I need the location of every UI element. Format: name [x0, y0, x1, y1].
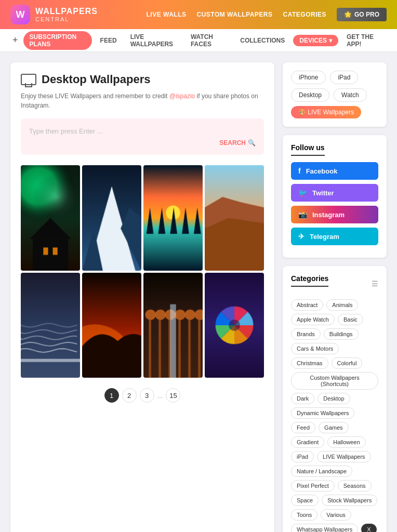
wallpaper-6[interactable] [82, 273, 141, 378]
page-1-button[interactable]: 1 [104, 388, 119, 403]
nav-live-walls[interactable]: LIVE WALLS [146, 11, 186, 18]
pill-live-wallpapers[interactable]: 🎨 LIVE Wallpapers [291, 106, 361, 118]
telegram-icon: ✈ [298, 232, 305, 241]
wallpaper-7[interactable] [143, 273, 203, 378]
cat-tag-games[interactable]: Games [319, 422, 348, 433]
wallpaper-8[interactable] [205, 273, 264, 378]
cat-tag-x[interactable]: X [361, 524, 376, 532]
nav-links: LIVE WALLS CUSTOM WALLPAPERS CATEGORIES … [146, 8, 387, 21]
search-input[interactable] [29, 127, 256, 135]
instagram-handle[interactable]: @ispazio [169, 92, 195, 100]
cat-tag-dark[interactable]: Dark [291, 393, 314, 404]
cat-tag-christmas[interactable]: Christmas [291, 357, 328, 369]
facebook-icon: f [298, 167, 301, 175]
cat-tag-various[interactable]: Various [321, 509, 351, 521]
cat-tag-ipad[interactable]: iPad [291, 451, 314, 462]
twitter-icon: 🐦 [298, 189, 307, 197]
logo-text: WALLPAPERS CENTRAL [35, 7, 98, 22]
follow-box: Follow us f Facebook 🐦 Twitter 📸 Instagr… [283, 135, 387, 258]
telegram-button[interactable]: ✈ Telegram [291, 228, 378, 245]
subnav-plus[interactable]: + [10, 33, 20, 48]
instagram-icon: 📸 [298, 210, 307, 219]
subnav-collections[interactable]: COLLECTIONS [235, 35, 290, 46]
cat-tag-space[interactable]: Space [291, 495, 319, 506]
main-layout: Desktop Wallpapers Enjoy these LIVE Wall… [0, 52, 397, 532]
cat-tag-abstract[interactable]: Abstract [291, 299, 323, 311]
page-3-button[interactable]: 3 [140, 388, 154, 403]
page-desc: Enjoy these LIVE Wallpapers and remember… [21, 91, 264, 110]
header: W WALLPAPERS CENTRAL LIVE WALLS CUSTOM W… [0, 0, 397, 29]
logo-area: W WALLPAPERS CENTRAL [10, 5, 98, 24]
pill-desktop[interactable]: Desktop [291, 88, 329, 102]
wallpaper-3[interactable] [143, 165, 203, 271]
instagram-button[interactable]: 📸 Instagram [291, 206, 378, 223]
nav-categories[interactable]: CATEGORIES [283, 11, 326, 18]
cat-tag-colorful[interactable]: Colorful [332, 357, 363, 369]
subnav-devices[interactable]: DEVICES ▾ [293, 35, 338, 46]
search-box: SEARCH 🔍 [21, 118, 264, 155]
pill-iphone[interactable]: iPhone [291, 71, 326, 84]
cat-tag-nature-/-landscape[interactable]: Nature / Landscape [291, 466, 352, 477]
page-2-button[interactable]: 2 [122, 388, 137, 403]
cat-tag-brands[interactable]: Brands [291, 328, 321, 340]
categories-icon: ☰ [372, 280, 378, 288]
cat-tag-apple-watch[interactable]: Apple Watch [291, 314, 335, 325]
pills-row: iPhone iPad Desktop Watch 🎨 LIVE Wallpap… [291, 71, 378, 118]
categories-title-row: Categories ☰ [291, 274, 378, 293]
search-icon: 🔍 [248, 139, 256, 147]
sidebar: iPhone iPad Desktop Watch 🎨 LIVE Wallpap… [283, 62, 387, 532]
page-title-row: Desktop Wallpapers [21, 73, 264, 86]
image-grid [21, 165, 264, 378]
follow-title: Follow us [291, 143, 325, 156]
search-button[interactable]: SEARCH 🔍 [219, 139, 256, 147]
logo-sub: CENTRAL [35, 16, 98, 22]
subnav-watch-faces[interactable]: WATCH FACES [186, 31, 232, 50]
facebook-button[interactable]: f Facebook [291, 162, 378, 180]
pill-ipad[interactable]: iPad [330, 71, 358, 84]
cat-tag-desktop[interactable]: Desktop [317, 393, 350, 404]
cat-tag-whatsapp-wallpapers[interactable]: Whatsapp Wallpapers [291, 524, 358, 532]
cat-tag-halloween[interactable]: Halloween [327, 436, 365, 448]
desktop-icon [21, 74, 36, 85]
cat-tag-cars-&-motors[interactable]: Cars & Motors [291, 343, 339, 354]
cat-tags: AbstractAnimalsApple WatchBasicBrandsBui… [291, 299, 378, 532]
logo-icon: W [10, 5, 30, 24]
cat-tag-feed[interactable]: Feed [291, 422, 315, 433]
subnav-get-app[interactable]: GET THE APP! [341, 31, 387, 50]
cat-tag-pixel-perfect[interactable]: Pixel Perfect [291, 480, 335, 491]
cat-tag-gradient[interactable]: Gradient [291, 436, 324, 448]
go-pro-icon: 🌟 [344, 11, 352, 18]
cat-tag-seasons[interactable]: Seasons [338, 480, 372, 491]
pagination-dots: ... [157, 392, 163, 400]
logo-title: WALLPAPERS [35, 7, 98, 16]
subnav-subscription-plans[interactable]: SUBSCRIPTION PLANS [23, 31, 92, 50]
wallpaper-4[interactable] [205, 165, 264, 271]
categories-title: Categories [291, 274, 328, 287]
subnav-live-wallpapers[interactable]: LIVE WALLPAPERS [125, 31, 182, 50]
wallpaper-2[interactable] [82, 165, 141, 271]
cat-tag-animals[interactable]: Animals [326, 299, 358, 311]
subnav: + SUBSCRIPTION PLANS FEED LIVE WALLPAPER… [0, 29, 397, 52]
cat-tag-live-wallpapers[interactable]: LIVE Wallpapers [317, 451, 371, 462]
wallpaper-5[interactable] [21, 273, 80, 378]
cat-tag-basic[interactable]: Basic [338, 314, 363, 325]
cat-tag-custom-wallpapers-(shortcuts)[interactable]: Custom Wallpapers (Shortcuts) [291, 372, 378, 390]
page-last-button[interactable]: 15 [166, 388, 180, 403]
cat-tag-toons[interactable]: Toons [291, 509, 317, 521]
cat-tag-dynamic-wallpapers[interactable]: Dynamic Wallpapers [291, 407, 354, 419]
pill-watch[interactable]: Watch [334, 88, 367, 102]
go-pro-button[interactable]: 🌟 GO PRO [337, 8, 387, 21]
wallpaper-1[interactable] [21, 165, 80, 271]
nav-custom[interactable]: CUSTOM WALLPAPERS [196, 11, 272, 18]
content-area: Desktop Wallpapers Enjoy these LIVE Wall… [10, 62, 274, 532]
subnav-feed[interactable]: FEED [95, 35, 122, 46]
chevron-down-icon: ▾ [329, 37, 332, 44]
device-pills: iPhone iPad Desktop Watch 🎨 LIVE Wallpap… [283, 62, 387, 127]
twitter-button[interactable]: 🐦 Twitter [291, 184, 378, 202]
cat-tag-buildings[interactable]: Buildings [324, 328, 359, 340]
search-row: SEARCH 🔍 [29, 139, 256, 147]
cat-tag-stock-wallpapers[interactable]: Stock Wallpapers [322, 495, 377, 506]
categories-box: Categories ☰ AbstractAnimalsApple WatchB… [283, 266, 387, 532]
page-title: Desktop Wallpapers [42, 73, 150, 86]
pagination: 1 2 3 ... 15 [21, 388, 264, 403]
